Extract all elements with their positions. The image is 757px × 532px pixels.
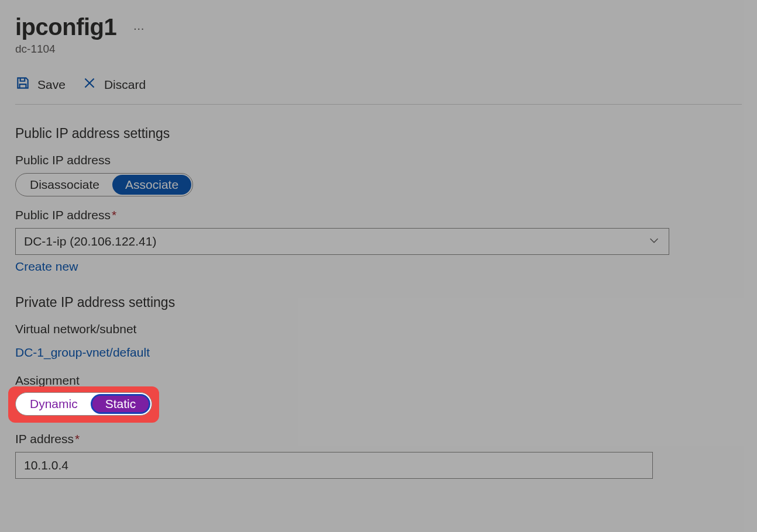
disassociate-option[interactable]: Disassociate <box>17 175 112 195</box>
close-icon <box>82 75 97 94</box>
assignment-label: Assignment <box>15 374 742 388</box>
associate-option[interactable]: Associate <box>112 175 191 195</box>
private-ip-section-heading: Private IP address settings <box>15 295 742 310</box>
public-ip-section-heading: Public IP address settings <box>15 126 742 141</box>
toolbar: Save Discard <box>15 75 742 105</box>
public-ip-toggle[interactable]: Disassociate Associate <box>15 173 193 196</box>
page-title: ipconfig1 <box>15 14 116 40</box>
save-button[interactable]: Save <box>15 75 66 94</box>
public-ip-dropdown-value: DC-1-ip (20.106.122.41) <box>24 234 156 248</box>
create-new-link[interactable]: Create new <box>15 260 78 274</box>
public-ip-toggle-label: Public IP address <box>15 153 742 167</box>
public-ip-dropdown[interactable]: DC-1-ip (20.106.122.41) <box>15 228 669 255</box>
discard-label: Discard <box>104 78 146 92</box>
required-indicator: * <box>112 208 116 222</box>
chevron-down-icon <box>648 234 660 250</box>
assignment-toggle[interactable]: Dynamic Static <box>15 392 152 416</box>
vnet-label: Virtual network/subnet <box>15 322 742 336</box>
save-icon <box>15 75 30 94</box>
public-ip-dropdown-label: Public IP address* <box>15 208 742 222</box>
required-indicator: * <box>75 432 80 445</box>
discard-button[interactable]: Discard <box>82 75 146 94</box>
page-subtitle: dc-1104 <box>15 43 742 56</box>
more-menu[interactable]: … <box>133 19 146 35</box>
save-label: Save <box>37 78 66 92</box>
vnet-link[interactable]: DC-1_group-vnet/default <box>15 346 150 360</box>
assignment-highlight: Dynamic Static <box>15 392 152 416</box>
ip-address-input[interactable] <box>15 452 653 479</box>
ip-address-label: IP address* <box>15 432 742 446</box>
dynamic-option[interactable]: Dynamic <box>17 394 91 414</box>
static-option[interactable]: Static <box>91 394 151 414</box>
